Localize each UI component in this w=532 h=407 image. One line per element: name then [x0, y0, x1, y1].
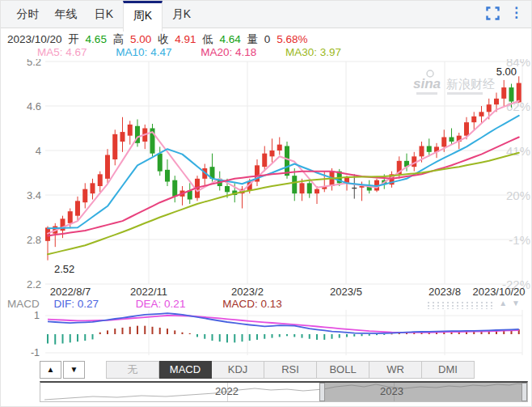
high-label: 高	[113, 33, 125, 45]
ma-lines-layer	[48, 101, 519, 255]
indicator-tab-wr[interactable]: WR	[369, 361, 422, 379]
navigator-right-handle[interactable]	[521, 383, 527, 401]
svg-text:2023/8: 2023/8	[429, 286, 461, 298]
candle[interactable]	[471, 117, 476, 122]
candle[interactable]	[165, 170, 170, 182]
macd-hist-bar	[137, 326, 138, 334]
tab-monthly-k[interactable]: 月K	[163, 1, 201, 28]
macd-hist-bar	[339, 334, 340, 338]
macd-hist-bar	[323, 334, 325, 340]
macd-hist-bar	[167, 329, 168, 334]
panel-resize-handle[interactable]	[426, 301, 496, 309]
panel-down-button[interactable]: ▼	[63, 361, 85, 379]
candle[interactable]	[277, 145, 282, 151]
candle[interactable]	[112, 134, 117, 159]
indicator-tab-boll[interactable]: BOLL	[317, 361, 369, 379]
indicator-tab-macd[interactable]: MACD	[159, 361, 212, 379]
candle[interactable]	[441, 138, 446, 147]
max-price-annotation: 5.00	[496, 66, 517, 78]
candle[interactable]	[270, 151, 275, 156]
high-value: 5.00	[130, 33, 151, 45]
candle[interactable]	[479, 112, 484, 117]
range-navigator[interactable]: 2022 2023	[40, 381, 528, 402]
panel-up-button[interactable]: ▲	[40, 361, 61, 379]
fullscreen-icon[interactable]	[486, 6, 500, 20]
candle[interactable]	[292, 176, 297, 193]
indicator-tabs: 无 MACD KDJ RSI BOLL WR DMI	[106, 361, 475, 379]
open-value: 4.65	[86, 33, 107, 45]
svg-text:2.2: 2.2	[27, 278, 41, 290]
macd-hist-bar	[77, 334, 78, 341]
svg-text:sina: sina	[413, 76, 441, 91]
macd-hist-bar	[174, 330, 175, 334]
svg-text:2022/8/7: 2022/8/7	[50, 286, 91, 298]
change-percent: 5.68%	[277, 33, 307, 45]
candle[interactable]	[450, 138, 454, 142]
candle[interactable]	[285, 146, 289, 176]
macd-hist-bar	[302, 334, 303, 338]
svg-text:20%: 20%	[506, 189, 530, 202]
candle[interactable]	[315, 189, 319, 194]
tab-weekly-k[interactable]: 周K	[123, 1, 163, 32]
macd-hist-bar	[249, 334, 251, 341]
macd-hist-bar	[196, 334, 198, 337]
svg-text:2023/10/20: 2023/10/20	[472, 286, 525, 298]
candle[interactable]	[262, 154, 267, 167]
candle[interactable]	[75, 201, 80, 215]
macd-chart[interactable]: 1 -1	[1, 310, 532, 358]
macd-hist-bar	[234, 334, 235, 342]
macd-hist-bar	[219, 334, 221, 341]
indicator-tab-dmi[interactable]: DMI	[422, 361, 475, 379]
year-label-2022: 2022	[215, 385, 239, 397]
candle[interactable]	[501, 87, 506, 99]
candle[interactable]	[68, 211, 73, 223]
macd-hist-bar	[107, 330, 108, 334]
candle[interactable]	[517, 83, 521, 103]
svg-text:-1: -1	[31, 347, 40, 358]
indicator-tab-row: ▲ ▼ 无 MACD KDJ RSI BOLL WR DMI	[40, 361, 475, 379]
candle[interactable]	[487, 104, 492, 112]
tab-timeshare[interactable]: 分时	[9, 1, 47, 28]
year-label-2023: 2023	[380, 385, 403, 397]
candle[interactable]	[352, 188, 357, 189]
macd-histogram-layer	[47, 326, 520, 345]
candle[interactable]	[420, 146, 424, 157]
ma30-readout: MA30: 3.97	[285, 46, 341, 58]
kline-period-tabbar: 分时 年线 日K 周K 月K	[1, 1, 531, 28]
macd-hist-bar	[114, 329, 116, 334]
navigator-left-handle[interactable]	[319, 383, 325, 401]
candle[interactable]	[427, 146, 432, 152]
candle[interactable]	[464, 122, 469, 136]
svg-text:2023/5: 2023/5	[330, 286, 362, 298]
panel-move-arrows[interactable]: ▲▼	[499, 299, 525, 307]
navigator-selection[interactable]	[325, 383, 523, 401]
candle[interactable]	[225, 186, 230, 192]
tab-yearly-k[interactable]: 年线	[47, 1, 85, 28]
candle[interactable]	[494, 99, 499, 104]
candle[interactable]	[120, 132, 125, 142]
indicator-tab-none[interactable]: 无	[106, 361, 159, 379]
candle[interactable]	[509, 87, 514, 101]
candle[interactable]	[82, 189, 87, 203]
ma20-line	[48, 138, 519, 236]
macd-hist-bar	[84, 334, 86, 341]
candle[interactable]	[300, 183, 305, 193]
tab-daily-k[interactable]: 日K	[85, 1, 123, 28]
candle[interactable]	[158, 154, 163, 172]
more-menu-icon[interactable]: ⋮	[509, 6, 523, 20]
candle[interactable]	[105, 155, 110, 179]
macd-hist-bar	[129, 327, 131, 334]
x-axis-date-labels: 2022/8/7 2022/11 2023/2 2023/5 2023/8 20…	[50, 286, 526, 298]
candle[interactable]	[128, 125, 133, 136]
macd-hist-bar	[286, 334, 288, 336]
macd-hist-bar	[92, 334, 94, 339]
indicator-tab-kdj[interactable]: KDJ	[212, 361, 264, 379]
candle[interactable]	[307, 183, 312, 193]
candle[interactable]	[91, 183, 95, 193]
indicator-tab-rsi[interactable]: RSI	[264, 361, 317, 379]
candle[interactable]	[98, 174, 103, 186]
candlestick-chart[interactable]: 5.2 4.6 4 3.4 2.8 2.2 84% 62% 41% 20% -1…	[1, 59, 532, 299]
candle[interactable]	[172, 180, 177, 197]
close-label: 收	[158, 33, 169, 45]
macd-hist-bar	[353, 334, 355, 337]
